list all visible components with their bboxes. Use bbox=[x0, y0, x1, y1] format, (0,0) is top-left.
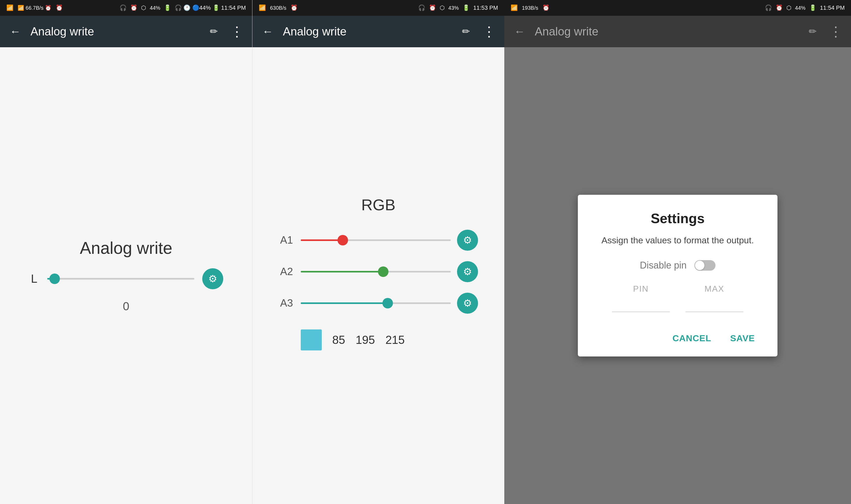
rgb-fill-a3 bbox=[301, 302, 388, 304]
app-bar-1: ← Analog write ✏ ⋮ bbox=[0, 16, 252, 47]
status-bar-1: 📶 📶 66.7B/s ⏰ ⏰ 🎧 ⏰ ⬡ 44% 🔋 🎧 🕐 🔵44% 🔋 1… bbox=[0, 0, 252, 16]
status-left-1: 📶 📶 66.7B/s ⏰ ⏰ bbox=[6, 4, 63, 11]
speed-text-1: 📶 66.7B/s ⏰ bbox=[18, 5, 52, 11]
rgb-thumb-a1[interactable] bbox=[337, 235, 348, 246]
max-field: MAX bbox=[686, 284, 743, 312]
slider-letter-1: L bbox=[29, 272, 39, 285]
edit-icon-2: ✏ bbox=[462, 26, 470, 37]
gear-icon-a3: ⚙ bbox=[463, 298, 472, 309]
speed-text-2: 630B/s bbox=[270, 5, 286, 11]
rgb-slider-a1[interactable] bbox=[301, 234, 451, 247]
more-icon-2: ⋮ bbox=[482, 24, 496, 39]
status-right-3: 🎧 ⏰ ⬡ 44% 🔋 11:54 PM bbox=[765, 4, 845, 11]
disable-pin-row: Disable pin bbox=[596, 260, 759, 271]
back-icon-3: ← bbox=[514, 25, 525, 38]
battery-text-3: 44% bbox=[795, 5, 805, 11]
alarm-icon-2: ⏰ bbox=[429, 4, 436, 11]
back-button-2[interactable]: ← bbox=[260, 24, 276, 39]
gear-button-a1[interactable]: ⚙ bbox=[457, 230, 478, 251]
bluetooth-icon-2: ⬡ bbox=[440, 4, 445, 11]
edit-button-2[interactable]: ✏ bbox=[458, 24, 474, 39]
gear-icon-a2: ⚙ bbox=[463, 266, 472, 277]
signal-icon-3: 📶 bbox=[511, 4, 518, 11]
more-icon-3: ⋮ bbox=[829, 24, 843, 39]
battery-text-1: 44% bbox=[150, 5, 160, 11]
dialog-title: Settings bbox=[596, 211, 759, 226]
status-left-2: 📶 630B/s ⏰ bbox=[259, 4, 298, 11]
rgb-value-g: 195 bbox=[356, 334, 375, 346]
panel-2: 📶 630B/s ⏰ 🎧 ⏰ ⬡ 43% 🔋 11:53 PM ← Analog… bbox=[252, 0, 504, 504]
battery-icon-3: 🔋 bbox=[809, 4, 816, 11]
rgb-fill-a2 bbox=[301, 271, 383, 272]
headphone-icon-1: 🎧 bbox=[120, 4, 127, 11]
gear-button-a3[interactable]: ⚙ bbox=[457, 293, 478, 314]
disable-pin-label: Disable pin bbox=[640, 260, 687, 271]
signal-icon-2: 📶 bbox=[259, 4, 266, 11]
bluetooth-icon-3: ⬡ bbox=[786, 4, 791, 11]
rgb-thumb-a2[interactable] bbox=[378, 267, 388, 277]
app-bar-title-2: Analog write bbox=[283, 25, 451, 38]
back-button-1[interactable]: ← bbox=[7, 24, 23, 39]
slider-thumb-1[interactable] bbox=[49, 273, 60, 284]
settings-dialog: Settings Assign the values to format the… bbox=[578, 195, 778, 357]
signal-icon-1: 📶 bbox=[6, 4, 13, 11]
save-button[interactable]: SAVE bbox=[726, 330, 759, 346]
max-input[interactable] bbox=[686, 296, 743, 312]
slider-bg-1 bbox=[47, 278, 194, 280]
rgb-fill-a1 bbox=[301, 239, 343, 241]
rgb-row-a3: A3 ⚙ bbox=[279, 293, 478, 314]
back-button-3[interactable]: ← bbox=[512, 24, 527, 39]
rgb-bg-a1 bbox=[301, 239, 451, 241]
slider-track-1[interactable] bbox=[47, 272, 194, 285]
rgb-value-r: 85 bbox=[332, 334, 345, 346]
panel-3: 📶 193B/s ⏰ 🎧 ⏰ ⬡ 44% 🔋 11:54 PM ← Analog… bbox=[504, 0, 851, 504]
rgb-section: RGB A1 ⚙ A2 bbox=[268, 196, 489, 356]
bluetooth-icon-1: ⬡ bbox=[141, 4, 146, 11]
gear-icon-a1: ⚙ bbox=[463, 234, 472, 246]
app-bar-title-3: Analog write bbox=[535, 25, 797, 38]
disable-pin-toggle[interactable] bbox=[694, 260, 715, 271]
rgb-label-a2: A2 bbox=[279, 266, 295, 277]
rgb-row-a1: A1 ⚙ bbox=[279, 230, 478, 251]
gear-button-a2[interactable]: ⚙ bbox=[457, 261, 478, 282]
more-button-1[interactable]: ⋮ bbox=[229, 24, 245, 39]
cancel-button[interactable]: CANCEL bbox=[668, 330, 715, 346]
app-bar-2: ← Analog write ✏ ⋮ bbox=[252, 16, 504, 47]
pin-field: PIN bbox=[612, 284, 670, 312]
battery-icon-1: 🔋 bbox=[164, 4, 171, 11]
status-bar-2: 📶 630B/s ⏰ 🎧 ⏰ ⬡ 43% 🔋 11:53 PM bbox=[252, 0, 504, 16]
dialog-fields: PIN MAX bbox=[596, 284, 759, 312]
dialog-actions: CANCEL SAVE bbox=[596, 325, 759, 346]
battery-icon-2: 🔋 bbox=[463, 4, 469, 11]
clock-icon-2: ⏰ bbox=[290, 4, 298, 11]
edit-icon-3: ✏ bbox=[809, 26, 817, 37]
headphone-icon-3: 🎧 bbox=[765, 4, 772, 11]
clock-icon-3: ⏰ bbox=[543, 4, 549, 11]
gear-button-1[interactable]: ⚙ bbox=[202, 268, 223, 289]
back-icon-1: ← bbox=[10, 25, 21, 38]
status-right-2: 🎧 ⏰ ⬡ 43% 🔋 11:53 PM bbox=[418, 4, 498, 11]
rgb-thumb-a3[interactable] bbox=[383, 298, 393, 308]
gear-icon-1: ⚙ bbox=[208, 273, 217, 285]
battery-text-2: 43% bbox=[448, 5, 459, 11]
more-button-3[interactable]: ⋮ bbox=[828, 24, 844, 39]
edit-button-1[interactable]: ✏ bbox=[206, 24, 222, 39]
main-title-1: Analog write bbox=[80, 238, 172, 258]
more-icon-1: ⋮ bbox=[230, 24, 244, 39]
rgb-slider-a3[interactable] bbox=[301, 297, 451, 309]
status-left-3: 📶 193B/s ⏰ bbox=[511, 4, 549, 11]
edit-icon-1: ✏ bbox=[210, 26, 218, 37]
rgb-bg-a3 bbox=[301, 302, 451, 304]
edit-button-3[interactable]: ✏ bbox=[805, 24, 820, 39]
more-button-2[interactable]: ⋮ bbox=[481, 24, 497, 39]
pin-input[interactable] bbox=[612, 296, 670, 312]
rgb-slider-a2[interactable] bbox=[301, 265, 451, 278]
slider-value-1: 0 bbox=[123, 300, 129, 313]
panel-1-content: Analog write L ⚙ 0 bbox=[0, 47, 252, 504]
rgb-label-a1: A1 bbox=[279, 234, 295, 246]
status-bar-3: 📶 193B/s ⏰ 🎧 ⏰ ⬡ 44% 🔋 11:54 PM bbox=[504, 0, 851, 16]
alarm-icon-1: ⏰ bbox=[130, 4, 137, 11]
rgb-bg-a2 bbox=[301, 271, 451, 272]
rgb-value-b: 215 bbox=[385, 334, 405, 346]
dialog-description: Assign the values to format the output. bbox=[596, 234, 759, 247]
